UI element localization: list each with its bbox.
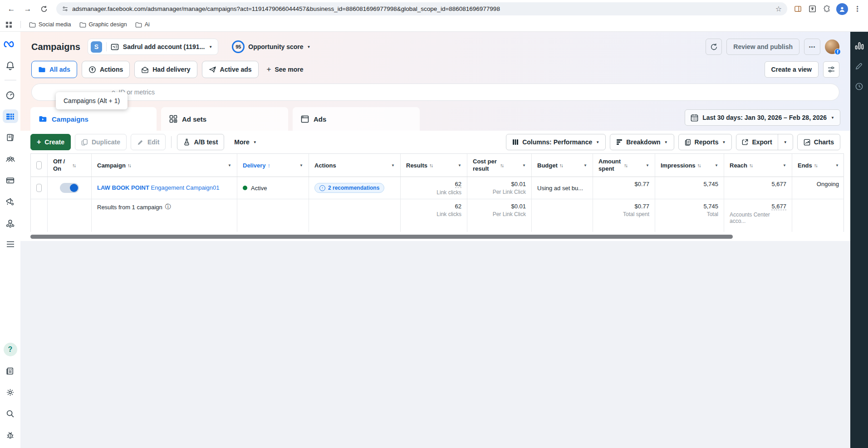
whats-new-icon[interactable]: [3, 364, 18, 378]
tab-ads[interactable]: Ads: [293, 107, 420, 131]
ads-settings-icon[interactable]: [3, 195, 18, 208]
settings-gear-icon[interactable]: [3, 385, 18, 399]
columns-button[interactable]: Columns: Performance ▼: [506, 134, 606, 150]
help-icon[interactable]: ?: [4, 343, 17, 356]
events-manager-icon[interactable]: [3, 216, 18, 230]
report-bug-icon[interactable]: [3, 428, 18, 442]
browser-profile-avatar[interactable]: [836, 3, 848, 15]
bookmark-star-icon[interactable]: ☆: [775, 5, 782, 13]
extensions-icon[interactable]: [822, 4, 832, 14]
search-bar[interactable]: [31, 84, 839, 101]
search-input[interactable]: [39, 89, 832, 96]
campaigns-nav-icon[interactable]: [3, 109, 18, 123]
billing-icon[interactable]: [3, 173, 18, 187]
col-reach[interactable]: Reach ↑↓ ▼: [724, 154, 792, 177]
col-delivery[interactable]: Delivery ↑ ▼: [237, 154, 309, 177]
back-icon[interactable]: ←: [5, 2, 18, 16]
main-content: Campaigns S Sadrul add account (1191... …: [20, 32, 850, 448]
col-campaign[interactable]: Campaign ↑↓ ▼: [92, 154, 237, 177]
apps-grid-icon[interactable]: [5, 21, 12, 28]
col-ends[interactable]: Ends ↑↓ ▼: [792, 154, 844, 177]
view-settings-icon[interactable]: [823, 61, 839, 78]
sort-icon: ↑↓: [814, 162, 817, 168]
plus-icon: +: [267, 65, 271, 74]
info-icon[interactable]: ⓘ: [165, 203, 171, 211]
forward-icon[interactable]: →: [21, 2, 34, 16]
ad-account-selector[interactable]: S Sadrul add account (1191... ▼: [88, 39, 218, 55]
col-label: Delivery: [243, 162, 266, 169]
tab-campaigns[interactable]: Campaigns: [30, 107, 157, 131]
translate-icon[interactable]: [807, 4, 817, 14]
all-tools-menu-icon[interactable]: [3, 237, 18, 251]
see-more-button[interactable]: + See more: [263, 65, 307, 74]
col-cost-per-result[interactable]: Cost per result ↑↓ ▼: [467, 154, 532, 177]
col-actions[interactable]: Actions ▼: [309, 154, 401, 177]
browser-menu-icon[interactable]: •••: [853, 4, 863, 14]
chevron-down-icon: ▼: [522, 163, 526, 167]
chevron-down-icon: ▼: [228, 163, 231, 167]
create-button[interactable]: + Create: [30, 134, 71, 150]
side-panel-icon[interactable]: [793, 4, 803, 14]
breakdown-button[interactable]: Breakdown ▼: [610, 134, 674, 150]
campaign-toggle[interactable]: [60, 183, 79, 193]
url-bar[interactable]: adsmanager.facebook.com/adsmanager/manag…: [56, 2, 787, 15]
create-a-view-button[interactable]: Create a view: [765, 61, 819, 78]
date-range-selector[interactable]: Last 30 days: Jan 30, 2026 – Feb 28, 202…: [685, 109, 840, 126]
table-header-row: Off / On ↑↓ Campaign ↑↓ ▼ Delivery ↑ ▼: [31, 154, 843, 177]
tab-ad-sets[interactable]: Ad sets: [161, 107, 288, 131]
pages-icon[interactable]: [3, 131, 18, 144]
filter-had-delivery[interactable]: Had delivery: [134, 61, 197, 78]
refresh-icon[interactable]: [37, 2, 51, 16]
chevron-down-icon: ▼: [646, 163, 649, 167]
col-amount-spent[interactable]: Amount spent ↑↓ ▼: [593, 154, 655, 177]
results-value[interactable]: 62: [455, 181, 461, 188]
export-button[interactable]: Export: [736, 134, 777, 150]
campaign-link[interactable]: LAW BOOK POINT Engagement Campaign01: [97, 184, 220, 192]
more-button[interactable]: More ▼: [228, 134, 262, 150]
scrollbar-thumb[interactable]: [30, 235, 733, 239]
campaign-page-name: LAW BOOK POINT: [97, 184, 149, 191]
edit-panel-icon[interactable]: [855, 62, 863, 70]
refresh-data-button[interactable]: [706, 39, 722, 55]
performance-charts-icon[interactable]: [855, 42, 864, 50]
duplicate-button[interactable]: Duplicate: [75, 134, 127, 150]
ab-test-button[interactable]: A/B test: [177, 134, 224, 150]
col-budget[interactable]: Budget ↑↓ ▼: [532, 154, 593, 177]
col-impressions[interactable]: Impressions ↑↓ ▼: [655, 154, 724, 177]
profile-avatar[interactable]: f: [825, 39, 839, 54]
recommendations-pill[interactable]: ↑ 2 recommendations: [314, 183, 384, 193]
budget-cell: Using ad set bu...: [532, 177, 593, 199]
export-options-button[interactable]: ▼: [778, 134, 793, 150]
select-all-checkbox[interactable]: [36, 161, 42, 169]
more-options-button[interactable]: •••: [804, 39, 820, 55]
summary-impressions-type: Total: [707, 211, 718, 217]
filter-all-ads[interactable]: All ads: [31, 61, 77, 78]
filter-actions[interactable]: Actions: [82, 61, 130, 78]
chevron-down-icon: ▼: [835, 163, 839, 167]
site-info-icon[interactable]: [62, 5, 69, 12]
search-icon[interactable]: [3, 407, 18, 420]
edit-button[interactable]: Edit: [131, 134, 166, 150]
col-off-on[interactable]: Off / On ↑↓: [48, 154, 92, 177]
horizontal-scrollbar: [20, 232, 850, 241]
filter-active-ads[interactable]: Active ads: [202, 61, 259, 78]
notifications-bell-icon[interactable]: [3, 59, 18, 72]
bookmark-ai[interactable]: Ai: [135, 21, 150, 28]
col-results[interactable]: Results ↑↓ ▼: [401, 154, 467, 177]
opportunity-score[interactable]: 95 Opportunity score ▼: [232, 40, 310, 53]
arrow-up-circle-icon: [88, 66, 96, 74]
summary-amount-type: Total spent: [623, 211, 649, 217]
bookmark-social-media[interactable]: Social media: [29, 21, 71, 28]
review-and-publish-button[interactable]: Review and publish: [726, 39, 799, 55]
reports-button[interactable]: Reports ▼: [678, 134, 732, 150]
page-title: Campaigns: [31, 42, 80, 52]
bookmark-graphic-design[interactable]: Graphic design: [79, 21, 127, 28]
charts-button[interactable]: Charts: [797, 134, 840, 150]
summary-reach-value[interactable]: 5,677: [771, 203, 786, 210]
row-checkbox[interactable]: [36, 184, 42, 192]
summary-reach-cell: 5,677 Accounts Center acco...: [724, 199, 792, 232]
history-clock-icon[interactable]: [855, 82, 863, 91]
meta-logo[interactable]: [3, 37, 18, 51]
account-overview-icon[interactable]: [3, 88, 18, 102]
audiences-icon[interactable]: [3, 152, 18, 166]
